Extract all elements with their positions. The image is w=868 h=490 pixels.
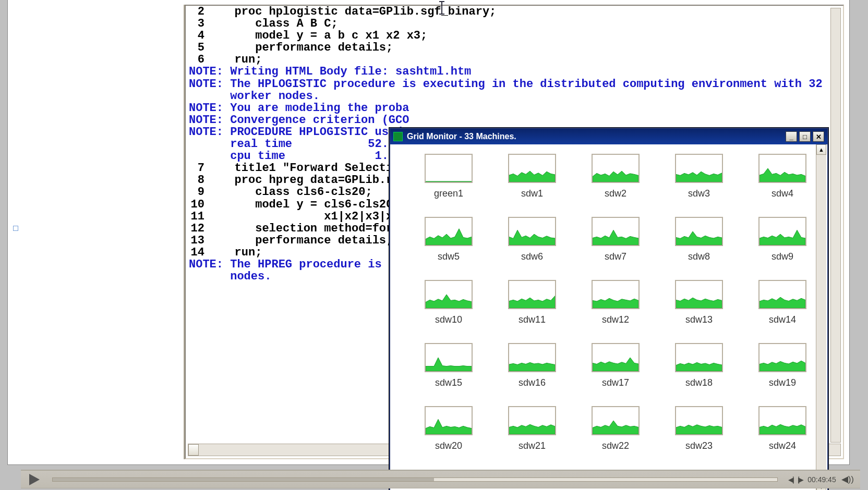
- machine-cell[interactable]: sdw12: [574, 280, 657, 325]
- machine-cell[interactable]: sdw2: [574, 154, 657, 199]
- machine-cell[interactable]: sdw19: [741, 343, 816, 388]
- machine-cell[interactable]: sdw3: [657, 154, 741, 199]
- machine-label: sdw23: [685, 440, 713, 451]
- vertical-scrollbar[interactable]: [830, 8, 841, 443]
- machine-label: sdw7: [605, 251, 626, 262]
- grid-monitor-scrollbar[interactable]: ▲ ▼: [816, 144, 826, 490]
- machine-cell[interactable]: sdw15: [407, 343, 490, 388]
- text-caret: [441, 1, 442, 15]
- close-button[interactable]: ✕: [813, 131, 824, 142]
- machine-cell[interactable]: sdw14: [741, 280, 816, 325]
- machine-sparkline: [508, 154, 556, 183]
- machine-label: sdw4: [771, 188, 793, 199]
- machine-sparkline: [675, 154, 723, 183]
- machine-label: sdw13: [685, 314, 713, 325]
- machine-label: sdw8: [688, 251, 710, 262]
- grid-monitor-title-text: Grid Monitor - 33 Machines.: [407, 132, 516, 141]
- machine-cell[interactable]: sdw22: [574, 406, 657, 451]
- machine-sparkline: [508, 406, 556, 435]
- machine-cell[interactable]: sdw13: [657, 280, 741, 325]
- machine-cell[interactable]: sdw4: [741, 154, 816, 199]
- machine-label: sdw21: [519, 440, 546, 451]
- machine-cell[interactable]: sdw1: [490, 154, 574, 199]
- scroll-left-button[interactable]: [188, 444, 199, 456]
- machine-cell[interactable]: sdw18: [657, 343, 741, 388]
- grid-monitor-icon: [393, 132, 403, 141]
- machine-sparkline: [425, 406, 473, 435]
- machine-cell[interactable]: sdw6: [490, 217, 574, 262]
- machine-cell[interactable]: sdw5: [407, 217, 490, 262]
- machine-sparkline: [425, 343, 473, 372]
- machine-sparkline: [508, 217, 556, 246]
- machine-cell[interactable]: sdw10: [407, 280, 490, 325]
- machine-cell[interactable]: sdw21: [490, 406, 574, 451]
- machine-sparkline: [592, 280, 640, 309]
- machine-label: sdw18: [685, 377, 713, 388]
- machine-label: green1: [434, 188, 463, 199]
- machine-cell[interactable]: sdw23: [657, 406, 741, 451]
- machine-label: sdw14: [769, 314, 796, 325]
- progress-bar[interactable]: [52, 477, 778, 482]
- play-icon: [29, 474, 40, 485]
- machine-label: sdw9: [771, 251, 793, 262]
- machine-cell[interactable]: sdw24: [741, 406, 816, 451]
- machine-sparkline: [592, 217, 640, 246]
- machine-sparkline: [425, 154, 473, 183]
- grid-monitor-body: green1sdw1sdw2sdw3sdw4sdw5sdw6sdw7sdw8sd…: [391, 144, 816, 490]
- machine-sparkline: [675, 406, 723, 435]
- machine-label: sdw12: [602, 314, 629, 325]
- machine-label: sdw2: [605, 188, 626, 199]
- time-display: 00:49:45: [807, 475, 836, 484]
- machine-sparkline: [508, 280, 556, 309]
- machine-label: sdw22: [602, 440, 629, 451]
- machine-sparkline: [508, 343, 556, 372]
- machine-sparkline: [758, 406, 806, 435]
- grid-monitor-window: Grid Monitor - 33 Machines. _ □ ✕ green1…: [389, 128, 828, 490]
- grid-monitor-titlebar[interactable]: Grid Monitor - 33 Machines. _ □ ✕: [390, 129, 827, 144]
- machine-sparkline: [425, 217, 473, 246]
- machine-cell[interactable]: sdw20: [407, 406, 490, 451]
- machine-label: sdw5: [438, 251, 460, 262]
- machine-sparkline: [675, 343, 723, 372]
- machine-cell[interactable]: green1: [407, 154, 490, 199]
- machine-label: sdw11: [519, 314, 546, 325]
- machine-cell[interactable]: sdw11: [490, 280, 574, 325]
- left-sidebar: [31, 5, 185, 459]
- machine-cell[interactable]: sdw8: [657, 217, 741, 262]
- step-back-button[interactable]: ◀|: [788, 475, 793, 484]
- machine-sparkline: [675, 217, 723, 246]
- machine-label: sdw19: [769, 377, 796, 388]
- machine-label: sdw20: [435, 440, 462, 451]
- machine-label: sdw24: [769, 440, 796, 451]
- progress-fill: [53, 478, 434, 481]
- machine-label: sdw3: [688, 188, 710, 199]
- machine-label: sdw10: [435, 314, 462, 325]
- volume-icon[interactable]: ◀)): [841, 474, 854, 485]
- machine-sparkline: [758, 154, 806, 183]
- resize-handle[interactable]: [13, 226, 18, 231]
- scroll-up-button[interactable]: ▲: [816, 144, 826, 155]
- machine-sparkline: [758, 217, 806, 246]
- machine-label: sdw15: [435, 377, 462, 388]
- maximize-button[interactable]: □: [799, 131, 811, 142]
- machine-label: sdw1: [521, 188, 543, 199]
- machine-sparkline: [758, 280, 806, 309]
- machine-sparkline: [592, 343, 640, 372]
- machine-cell[interactable]: sdw17: [574, 343, 657, 388]
- machine-sparkline: [592, 154, 640, 183]
- video-player-controls: ◀| |▶ 00:49:45 ◀)): [21, 470, 860, 488]
- machine-label: sdw6: [521, 251, 543, 262]
- play-button[interactable]: [24, 472, 45, 487]
- machine-sparkline: [675, 280, 723, 309]
- machine-label: sdw17: [602, 377, 629, 388]
- step-forward-button[interactable]: |▶: [798, 475, 803, 484]
- machine-sparkline: [758, 343, 806, 372]
- machine-cell[interactable]: sdw9: [741, 217, 816, 262]
- machine-cell[interactable]: sdw7: [574, 217, 657, 262]
- machine-cell[interactable]: sdw16: [490, 343, 574, 388]
- minimize-button[interactable]: _: [786, 131, 797, 142]
- machine-label: sdw16: [519, 377, 546, 388]
- machine-sparkline: [592, 406, 640, 435]
- machine-sparkline: [425, 280, 473, 309]
